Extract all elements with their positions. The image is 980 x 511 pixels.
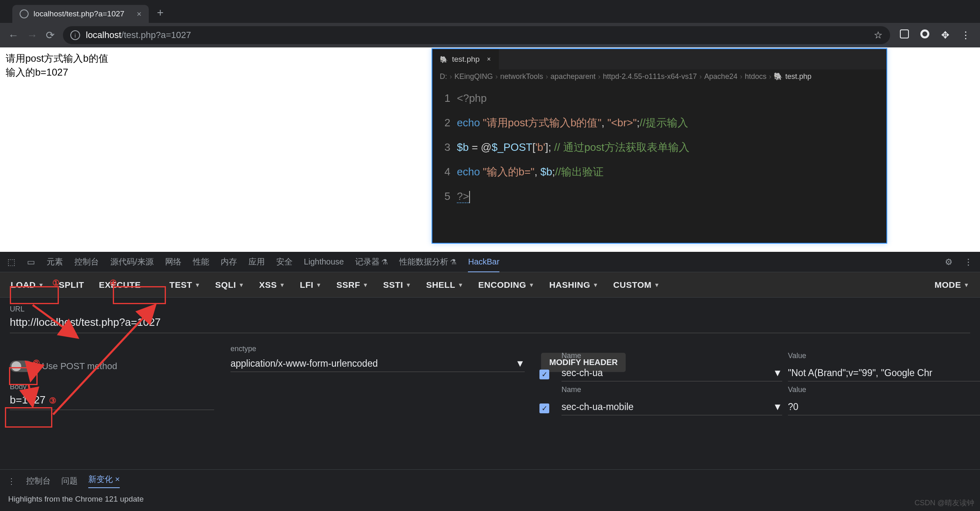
encoding-menu[interactable]: ENCODING▼ xyxy=(472,277,541,293)
editor-tab-label: test.php xyxy=(452,55,480,64)
annotation-box-4 xyxy=(113,286,166,304)
back-icon[interactable]: ← xyxy=(8,29,19,42)
extension-icon-2[interactable] xyxy=(919,29,931,41)
browser-titlebar: localhost/test.php?a=1027 × + xyxy=(0,0,980,23)
header-checkbox[interactable]: ✓ xyxy=(539,403,549,413)
extensions-puzzle-icon[interactable]: ✥ xyxy=(939,29,951,41)
tab-perf-insights[interactable]: 性能数据分析⚗ xyxy=(399,256,456,267)
forward-icon[interactable]: → xyxy=(27,29,38,42)
breadcrumb[interactable]: D:› KEingQING› networkTools› apacheparen… xyxy=(432,69,886,83)
crumb[interactable]: KEingQING xyxy=(454,72,493,81)
crumb[interactable]: test.php xyxy=(785,72,811,81)
chevron-down-icon: ▼ xyxy=(515,358,525,369)
hashing-menu[interactable]: HASHING▼ xyxy=(543,277,605,293)
extension-icon-1[interactable] xyxy=(898,29,911,41)
svg-line-2 xyxy=(29,385,33,406)
t: // 通过post方法获取表单输入 xyxy=(554,141,689,153)
tab-title: localhost/test.php?a=1027 xyxy=(34,9,124,18)
close-editor-tab-icon[interactable]: × xyxy=(487,56,491,63)
header-name-input[interactable]: sec-ch-ua-mobile▼ xyxy=(562,401,782,415)
watermark: CSDN @晴友读钟 xyxy=(915,498,974,508)
tab-lighthouse[interactable]: Lighthouse xyxy=(304,257,344,267)
devtools-more-icon[interactable]: ⋮ xyxy=(964,257,973,267)
omnibox[interactable]: i localhost/test.php?a=1027 ☆ xyxy=(63,26,890,44)
crumb[interactable]: httpd-2.4.55-o111s-x64-vs17 xyxy=(603,72,697,81)
header-row: Name Value ✓ sec-ch-ua-mobile▼ ?0 xyxy=(539,385,980,415)
enctype-select[interactable]: application/x-www-form-urlencoded▼ xyxy=(230,356,525,372)
browser-tab[interactable]: localhost/test.php?a=1027 × xyxy=(12,5,149,23)
shell-menu[interactable]: SHELL▼ xyxy=(420,277,470,293)
t: "<br>" xyxy=(607,117,637,129)
code-line: <?php xyxy=(457,92,487,104)
editor-tab-testphp[interactable]: 🐘 test.php × xyxy=(432,49,499,69)
close-tab-icon[interactable]: × xyxy=(136,9,141,19)
header-value-label: Value xyxy=(788,352,980,360)
code-line: ?> xyxy=(457,190,469,203)
site-info-icon[interactable]: i xyxy=(70,30,80,40)
t: echo xyxy=(457,117,483,129)
php-file-icon: 🐘 xyxy=(774,72,783,81)
header-grid: Name Value ✓ sec-ch-ua▼ "Not A(Brand";v=… xyxy=(539,352,980,419)
drawer-tab-whatsnew[interactable]: 新变化 × xyxy=(88,474,120,488)
bookmark-star-icon[interactable]: ☆ xyxy=(874,29,883,41)
crumb[interactable]: Apache24 xyxy=(704,72,737,81)
tab-recorder[interactable]: 记录器⚗ xyxy=(355,256,388,267)
annotation-num-2: ② xyxy=(33,358,40,368)
header-checkbox[interactable]: ✓ xyxy=(539,370,549,379)
t: $b xyxy=(540,166,552,178)
menu-icon[interactable]: ⋮ xyxy=(960,29,972,41)
sqli-menu[interactable]: SQLI▼ xyxy=(209,277,251,293)
reload-icon[interactable]: ⟳ xyxy=(46,29,55,42)
t: //输出验证 xyxy=(555,166,603,178)
drawer-tab-console[interactable]: 控制台 xyxy=(26,475,51,486)
header-value-input[interactable]: "Not A(Brand";v="99", "Google Chr xyxy=(788,368,980,381)
annotation-num-3: ③ xyxy=(49,396,56,406)
t: , xyxy=(602,117,607,129)
annotation-num-1: ① xyxy=(52,278,60,288)
header-value-label: Value xyxy=(788,385,980,394)
tab-memory[interactable]: 内存 xyxy=(221,256,237,267)
header-name-input[interactable]: sec-ch-ua▼ xyxy=(562,368,782,381)
svg-line-3 xyxy=(53,305,155,415)
tab-hackbar[interactable]: HackBar xyxy=(468,257,499,273)
t: $b xyxy=(457,141,469,153)
whatsnew-hint: Highlights from the Chrome 121 update xyxy=(0,492,980,511)
ssti-menu[interactable]: SSTI▼ xyxy=(377,277,418,293)
code-area[interactable]: 12345 <?php echo "请用post方式输入b的值", "<br>"… xyxy=(432,83,886,243)
crumb[interactable]: networkTools xyxy=(500,72,543,81)
mode-menu[interactable]: MODE▼ xyxy=(928,277,976,293)
lfi-menu[interactable]: LFI▼ xyxy=(293,277,328,293)
tab-application[interactable]: 应用 xyxy=(248,256,265,267)
annotation-box-2 xyxy=(9,367,38,385)
t: $_POST xyxy=(492,141,533,153)
t: ]; xyxy=(545,141,554,153)
ssrf-menu[interactable]: SSRF▼ xyxy=(330,277,375,293)
t: "输入的b=" xyxy=(483,166,535,178)
custom-menu[interactable]: CUSTOM▼ xyxy=(607,277,667,293)
devtools-settings-icon[interactable]: ⚙ xyxy=(945,257,953,267)
favicon xyxy=(20,9,29,18)
tab-security[interactable]: 安全 xyxy=(276,256,293,267)
console-drawer: ⋮ 控制台 问题 新变化 × xyxy=(0,469,980,492)
xss-menu[interactable]: XSS▼ xyxy=(253,277,292,293)
enctype-label: enctype xyxy=(230,345,525,353)
crumb[interactable]: apacheparent xyxy=(550,72,595,81)
annotation-num-4: ④ xyxy=(110,278,117,288)
url-path: /test.php?a=1027 xyxy=(121,30,191,40)
t: //提示输入 xyxy=(640,117,688,129)
code-editor: 🐘 test.php × D:› KEingQING› networkTools… xyxy=(432,48,887,244)
new-tab-button[interactable]: + xyxy=(157,6,163,19)
header-name-label: Name xyxy=(562,385,782,394)
drawer-tab-issues[interactable]: 问题 xyxy=(61,475,78,486)
crumb[interactable]: htdocs xyxy=(745,72,766,81)
php-file-icon: 🐘 xyxy=(440,56,448,63)
annotation-box-1 xyxy=(10,286,59,304)
console-menu-icon[interactable]: ⋮ xyxy=(7,476,16,486)
header-value-input[interactable]: ?0 xyxy=(788,401,980,415)
editor-tabs: 🐘 test.php × xyxy=(432,49,886,69)
t: "请用post方式输入b的值" xyxy=(483,117,602,129)
crumb[interactable]: D: xyxy=(440,72,447,81)
annotation-box-3 xyxy=(5,407,52,428)
address-bar: ← → ⟳ i localhost/test.php?a=1027 ☆ ✥ ⋮ xyxy=(0,23,980,47)
chevron-down-icon: ▼ xyxy=(773,401,782,412)
